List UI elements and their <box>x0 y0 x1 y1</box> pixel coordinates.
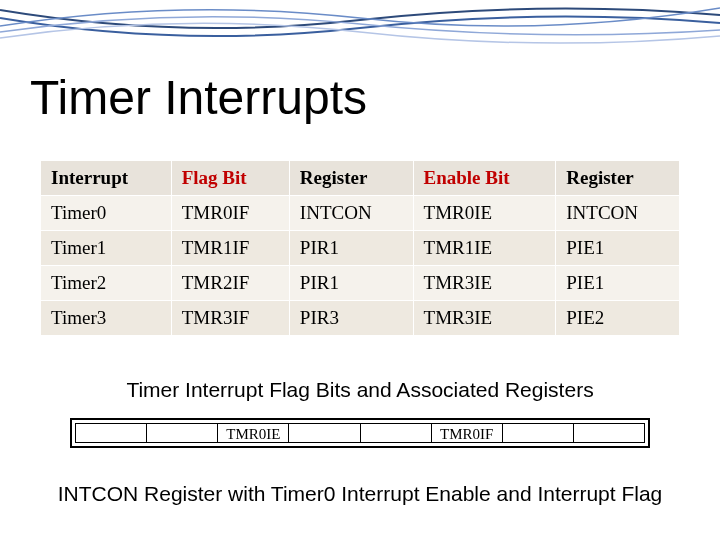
cell-flag-bit: TMR2IF <box>171 266 289 301</box>
col-enable-bit: Enable Bit <box>413 161 556 196</box>
cell-register2: PIE2 <box>556 301 680 336</box>
cell-register1: INTCON <box>289 196 413 231</box>
cell-register2: PIE1 <box>556 231 680 266</box>
reg-bit-2: TMR0IF <box>432 423 503 443</box>
cell-flag-bit: TMR1IF <box>171 231 289 266</box>
cell-register2: INTCON <box>556 196 680 231</box>
table-caption: Timer Interrupt Flag Bits and Associated… <box>0 378 720 402</box>
cell-flag-bit: TMR3IF <box>171 301 289 336</box>
cell-interrupt: Timer2 <box>41 266 172 301</box>
col-register1: Register <box>289 161 413 196</box>
wave-decoration <box>0 0 720 48</box>
reg-bit-7 <box>75 423 147 443</box>
table-row: Timer0 TMR0IF INTCON TMR0IE INTCON <box>41 196 680 231</box>
top-decoration <box>0 0 720 48</box>
intcon-register-box: TMR0IE TMR0IF <box>70 418 650 448</box>
reg-bit-5: TMR0IE <box>218 423 289 443</box>
reg-bit-1 <box>503 423 574 443</box>
cell-interrupt: Timer0 <box>41 196 172 231</box>
cell-register1: PIR1 <box>289 266 413 301</box>
reg-bit-0 <box>574 423 645 443</box>
slide: Timer Interrupts Interrupt Flag Bit Regi… <box>0 0 720 540</box>
timer-table: Interrupt Flag Bit Register Enable Bit R… <box>40 160 680 336</box>
intcon-register-inner: TMR0IE TMR0IF <box>75 423 645 443</box>
table-row: Timer2 TMR2IF PIR1 TMR3IE PIE1 <box>41 266 680 301</box>
cell-register1: PIR3 <box>289 301 413 336</box>
col-interrupt: Interrupt <box>41 161 172 196</box>
cell-enable-bit: TMR3IE <box>413 266 556 301</box>
reg-bit-4 <box>289 423 360 443</box>
register-caption: INTCON Register with Timer0 Interrupt En… <box>0 482 720 506</box>
cell-enable-bit: TMR3IE <box>413 301 556 336</box>
cell-interrupt: Timer1 <box>41 231 172 266</box>
reg-bit-3 <box>361 423 432 443</box>
table-row: Timer1 TMR1IF PIR1 TMR1IE PIE1 <box>41 231 680 266</box>
cell-interrupt: Timer3 <box>41 301 172 336</box>
reg-bit-6 <box>147 423 218 443</box>
cell-flag-bit: TMR0IF <box>171 196 289 231</box>
cell-register2: PIE1 <box>556 266 680 301</box>
cell-register1: PIR1 <box>289 231 413 266</box>
table-row: Timer3 TMR3IF PIR3 TMR3IE PIE2 <box>41 301 680 336</box>
table-header-row: Interrupt Flag Bit Register Enable Bit R… <box>41 161 680 196</box>
cell-enable-bit: TMR0IE <box>413 196 556 231</box>
col-flag-bit: Flag Bit <box>171 161 289 196</box>
col-register2: Register <box>556 161 680 196</box>
page-title: Timer Interrupts <box>30 70 367 125</box>
cell-enable-bit: TMR1IE <box>413 231 556 266</box>
